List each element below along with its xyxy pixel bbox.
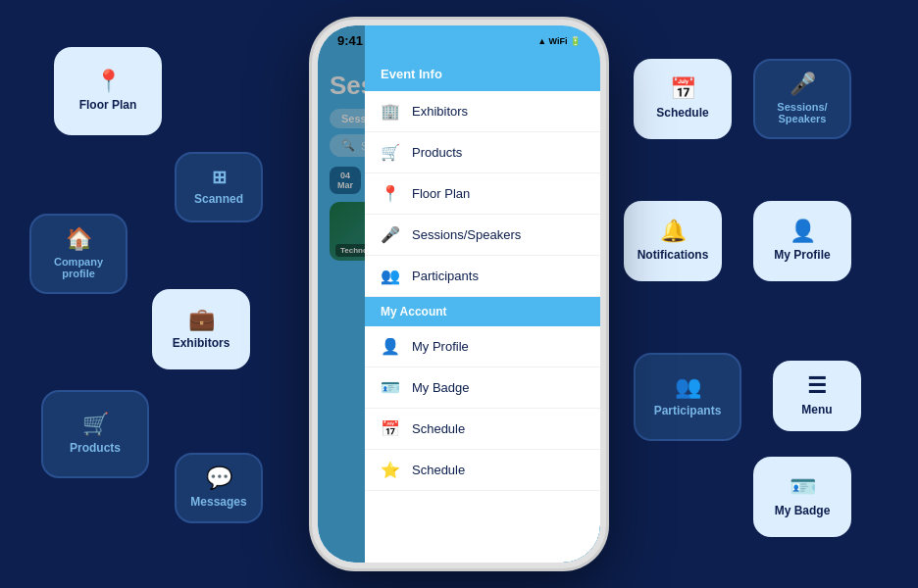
floor-plan-card[interactable]: 📍 Floor Plan	[54, 47, 162, 135]
company-profile-card[interactable]: 🏠 Company profile	[29, 214, 128, 294]
status-time: 9:41	[337, 33, 363, 48]
notifications-card[interactable]: 🔔 Notifications	[624, 201, 722, 281]
status-icons: ▲ WiFi 🔋	[537, 36, 581, 46]
products-menu-icon: 🛒	[381, 143, 400, 162]
menu-label: Menu	[801, 403, 832, 416]
messages-label: Messages	[190, 495, 246, 509]
sessions-speakers-menu-label: Sessions/Speakers	[412, 227, 521, 242]
my-badge-card[interactable]: 🪪 My Badge	[753, 457, 851, 537]
company-profile-label: Company profile	[41, 256, 116, 279]
my-profile-right-card[interactable]: 👤 My Profile	[753, 201, 851, 281]
exhibitors-card[interactable]: 💼 Exhibitors	[152, 289, 250, 369]
sessions-speakers-icon: 🎤	[790, 74, 816, 95]
participants-icon: 👥	[675, 376, 701, 398]
my-profile-menu-label: My Profile	[412, 339, 469, 354]
floor-plan-menu-icon: 📍	[381, 184, 400, 203]
participants-menu-icon: 👥	[381, 267, 400, 285]
products-menu-label: Products	[412, 145, 462, 160]
menu-item-participants[interactable]: 👥 Participants	[365, 256, 600, 297]
schedule-card[interactable]: 📅 Schedule	[634, 59, 732, 139]
my-profile-menu-icon: 👤	[381, 337, 400, 356]
menu-item-sessions-speakers[interactable]: 🎤 Sessions/Speakers	[365, 215, 600, 256]
menu-item-floor-plan[interactable]: 📍 Floor Plan	[365, 173, 600, 215]
notifications-icon: 🔔	[660, 220, 687, 242]
exhibitors-menu-label: Exhibitors	[412, 104, 468, 119]
scanned-card[interactable]: ⊞ Scanned	[175, 152, 263, 222]
sessions-speakers-card[interactable]: 🎤 Sessions/ Speakers	[753, 59, 851, 139]
messages-card[interactable]: 💬 Messages	[175, 453, 263, 523]
participants-menu-label: Participants	[412, 269, 479, 283]
menu-item-my-profile[interactable]: 👤 My Profile	[365, 326, 600, 368]
exhibitors-label: Exhibitors	[173, 336, 230, 350]
menu-item-my-badge[interactable]: 🪪 My Badge	[365, 368, 600, 409]
dropdown-menu: Event Info 🏢 Exhibitors 🛒 Products 📍 Flo…	[365, 25, 600, 563]
my-profile-right-icon: 👤	[790, 220, 816, 242]
schedule1-menu-label: Schedule	[412, 421, 465, 436]
schedule2-menu-icon: ⭐	[381, 461, 400, 479]
menu-item-exhibitors[interactable]: 🏢 Exhibitors	[365, 91, 600, 132]
exhibitors-menu-icon: 🏢	[381, 102, 400, 121]
menu-item-products[interactable]: 🛒 Products	[365, 132, 600, 173]
exhibitors-icon: 💼	[188, 309, 215, 330]
scanned-icon: ⊞	[212, 169, 227, 186]
my-badge-menu-label: My Badge	[412, 380, 470, 395]
my-badge-label: My Badge	[775, 504, 831, 517]
phone: 9:41 ▲ WiFi 🔋 Sess Sessi 🔍 Sear	[312, 20, 606, 568]
my-profile-right-label: My Profile	[774, 248, 830, 262]
products-left-label: Products	[70, 441, 121, 455]
participants-label: Participants	[654, 404, 722, 417]
company-profile-icon: 🏠	[66, 228, 92, 250]
schedule1-menu-icon: 📅	[381, 419, 400, 438]
participants-card[interactable]: 👥 Participants	[634, 353, 741, 441]
my-badge-menu-icon: 🪪	[381, 378, 400, 397]
schedule-label: Schedule	[656, 106, 708, 120]
status-bar: 9:41 ▲ WiFi 🔋	[337, 33, 581, 48]
products-left-card[interactable]: 🛒 Products	[41, 390, 149, 478]
floor-plan-icon: 📍	[95, 71, 122, 92]
menu-item-schedule2[interactable]: ⭐ Schedule	[365, 450, 600, 491]
menu-card[interactable]: ☰ Menu	[773, 361, 861, 431]
schedule2-menu-label: Schedule	[412, 463, 465, 477]
floor-plan-menu-label: Floor Plan	[412, 186, 470, 201]
sessions-speakers-label: Sessions/ Speakers	[765, 101, 840, 124]
floor-plan-label: Floor Plan	[79, 98, 137, 112]
messages-icon: 💬	[206, 467, 232, 489]
scanned-label: Scanned	[194, 192, 243, 206]
menu-icon: ☰	[807, 375, 827, 397]
dropdown-header-title: Event Info	[381, 67, 585, 81]
my-account-section: My Account	[365, 297, 600, 326]
schedule-icon: 📅	[670, 78, 696, 100]
my-badge-icon: 🪪	[790, 476, 816, 498]
products-left-icon: 🛒	[82, 414, 109, 435]
my-account-label: My Account	[381, 305, 447, 318]
menu-item-schedule1[interactable]: 📅 Schedule	[365, 409, 600, 450]
sessions-speakers-menu-icon: 🎤	[381, 225, 400, 244]
notifications-label: Notifications	[638, 248, 709, 262]
